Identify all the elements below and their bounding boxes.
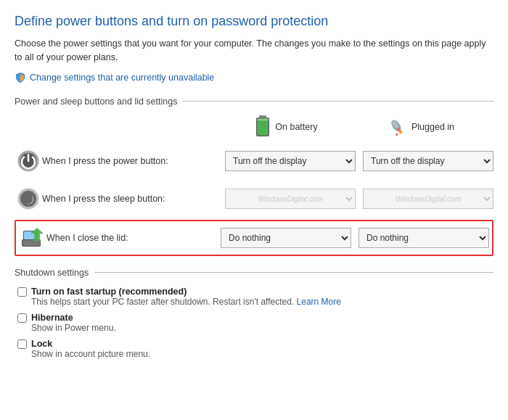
power-button-plugged-in-select[interactable]: Turn off the display Do nothing Sleep Hi… [363,151,493,171]
sleep-button-row: When I press the sleep button: WindowsDi… [15,182,493,215]
on-battery-header: On battery [219,115,353,139]
power-sleep-section-label: Power and sleep buttons and lid settings [15,96,177,107]
sleep-button-icon-wrap [15,185,42,213]
lid-plugged-in-select[interactable]: Do nothing Sleep Hibernate Shut down Tur… [359,228,489,248]
hibernate-checkbox-wrap[interactable] [17,313,27,325]
lock-checkbox-wrap[interactable] [17,339,27,351]
power-button-row: When I press the power button: Turn off … [15,144,493,178]
battery-icon [255,115,271,139]
shutdown-section: Shutdown settings Turn on fast startup (… [15,268,493,359]
shutdown-divider: Shutdown settings [15,268,493,278]
power-sleep-section-divider: Power and sleep buttons and lid settings [15,96,493,107]
hibernate-desc: Show in Power menu. [31,323,116,333]
learn-more-link[interactable]: Learn More [297,297,341,307]
power-button-icon-wrap [15,147,42,175]
sleep-button-controls: WindowsDigital.com WindowsDigital.com [225,189,493,209]
power-button-icon [17,149,40,173]
change-settings-link[interactable]: Change settings that are currently unava… [15,72,493,83]
sleep-button-on-battery-select[interactable] [225,189,356,209]
fast-startup-desc-text: This helps start your PC faster after sh… [31,297,294,307]
lid-row: When I close the lid: Do nothing Sleep H… [15,220,493,256]
hibernate-item: Hibernate Show in Power menu. [15,313,493,333]
svg-rect-15 [22,240,40,246]
svg-rect-0 [259,115,266,118]
plugged-in-header: Plugged in [353,117,488,137]
lid-on-battery-select[interactable]: Do nothing Sleep Hibernate Shut down Tur… [221,228,351,248]
lock-content: Lock Show in account picture menu. [31,339,150,359]
power-button-on-battery-select[interactable]: Turn off the display Do nothing Sleep Hi… [225,151,356,171]
lock-checkbox[interactable] [17,339,27,349]
plugged-in-icon [387,117,407,137]
shutdown-section-label: Shutdown settings [15,268,89,278]
power-button-controls: Turn off the display Do nothing Sleep Hi… [225,151,493,171]
page-title: Define power buttons and turn on passwor… [15,13,493,30]
fast-startup-checkbox[interactable] [17,287,27,297]
plugged-in-label: Plugged in [411,122,454,132]
sleep-button-icon [17,187,40,210]
sleep-button-plugged-in-select[interactable] [363,189,493,209]
svg-rect-4 [258,118,269,120]
svg-point-13 [20,191,36,207]
lock-title: Lock [31,339,150,349]
hibernate-title: Hibernate [31,313,116,323]
change-settings-text: Change settings that are currently unava… [30,73,214,83]
lid-icon-wrap [19,224,46,252]
fast-startup-item: Turn on fast startup (recommended) This … [15,287,493,307]
lid-controls: Do nothing Sleep Hibernate Shut down Tur… [221,228,489,248]
power-button-label: When I press the power button: [42,156,225,166]
fast-startup-content: Turn on fast startup (recommended) This … [31,287,341,307]
hibernate-content: Hibernate Show in Power menu. [31,313,116,333]
lock-desc: Show in account picture menu. [31,349,150,359]
fast-startup-title: Turn on fast startup (recommended) [31,287,341,297]
fast-startup-checkbox-wrap[interactable] [17,287,27,299]
lock-item: Lock Show in account picture menu. [15,339,493,359]
page-description: Choose the power settings that you want … [15,37,493,65]
shield-icon [15,72,26,83]
lid-label: When I close the lid: [46,233,221,243]
hibernate-checkbox[interactable] [17,313,27,323]
fast-startup-desc: This helps start your PC faster after sh… [31,297,341,307]
column-headers: On battery Plugged in [15,115,493,139]
on-battery-label: On battery [275,122,317,132]
lid-icon [19,226,46,250]
sleep-button-label: When I press the sleep button: [42,194,225,204]
svg-rect-3 [258,118,269,135]
